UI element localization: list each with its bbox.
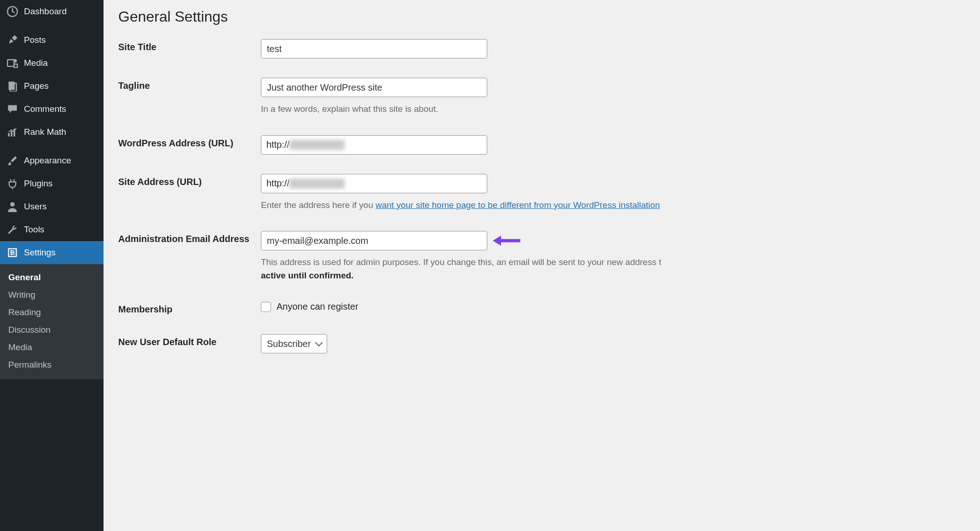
- plug-icon: [6, 178, 18, 190]
- membership-checkbox-label: Anyone can register: [277, 301, 358, 312]
- sidebar-item-posts[interactable]: Posts: [0, 29, 104, 52]
- sidebar-item-media[interactable]: Media: [0, 52, 104, 75]
- sidebar-item-label: Users: [24, 202, 47, 212]
- sidebar-item-label: Tools: [24, 225, 44, 235]
- sidebar-item-pages[interactable]: Pages: [0, 75, 104, 98]
- svg-point-12: [11, 254, 12, 255]
- pages-icon: [6, 80, 18, 92]
- site-url-input[interactable]: [261, 174, 487, 193]
- sidebar-item-settings[interactable]: Settings: [0, 241, 104, 264]
- sidebar-item-appearance[interactable]: Appearance: [0, 149, 104, 172]
- sidebar-item-label: Settings: [24, 248, 56, 258]
- arrow-annotation-icon: [491, 234, 521, 248]
- row-membership: Membership Anyone can register: [118, 301, 980, 315]
- wp-url-input[interactable]: [261, 135, 487, 155]
- sidebar-item-label: Rank Math: [24, 127, 66, 137]
- row-wp-url: WordPress Address (URL) http://: [118, 135, 980, 155]
- svg-rect-6: [11, 131, 12, 137]
- submenu-general[interactable]: General: [0, 269, 104, 286]
- row-default-role: New User Default Role Subscriber: [118, 334, 980, 353]
- site-url-desc: Enter the address here if you want your …: [261, 199, 980, 212]
- svg-rect-5: [8, 133, 10, 136]
- sidebar-item-label: Plugins: [24, 179, 52, 189]
- membership-checkbox-wrap[interactable]: Anyone can register: [261, 301, 980, 312]
- label-membership: Membership: [118, 301, 261, 315]
- label-site-title: Site Title: [118, 39, 261, 52]
- row-tagline: Tagline In a few words, explain what thi…: [118, 78, 980, 116]
- brush-icon: [6, 155, 18, 167]
- admin-sidebar: Dashboard Posts Media Pages Comments Ran…: [0, 0, 104, 531]
- sidebar-item-label: Media: [24, 58, 48, 68]
- admin-email-input[interactable]: [261, 231, 487, 250]
- sidebar-submenu: General Writing Reading Discussion Media…: [0, 264, 104, 379]
- sidebar-item-users[interactable]: Users: [0, 195, 104, 218]
- row-site-url: Site Address (URL) http:// Enter the add…: [118, 174, 980, 212]
- sidebar-item-rankmath[interactable]: Rank Math: [0, 121, 104, 144]
- svg-rect-1: [7, 60, 14, 66]
- wrench-icon: [6, 224, 18, 236]
- dashboard-icon: [6, 6, 18, 17]
- default-role-select[interactable]: Subscriber: [261, 334, 327, 353]
- main-content: General Settings Site Title Tagline In a…: [104, 0, 980, 531]
- label-site-url: Site Address (URL): [118, 174, 261, 187]
- sidebar-item-dashboard[interactable]: Dashboard: [0, 0, 104, 23]
- submenu-discussion[interactable]: Discussion: [0, 321, 104, 339]
- site-title-input[interactable]: [261, 39, 487, 58]
- admin-email-desc: This address is used for admin purposes.…: [261, 256, 980, 282]
- page-title: General Settings: [118, 8, 980, 25]
- sidebar-item-label: Comments: [24, 104, 66, 114]
- sidebar-item-tools[interactable]: Tools: [0, 218, 104, 241]
- tagline-desc: In a few words, explain what this site i…: [261, 103, 980, 116]
- sidebar-item-comments[interactable]: Comments: [0, 98, 104, 121]
- membership-checkbox[interactable]: [261, 302, 271, 312]
- sidebar-item-plugins[interactable]: Plugins: [0, 172, 104, 195]
- tagline-input[interactable]: [261, 78, 487, 97]
- sidebar-item-label: Dashboard: [24, 6, 67, 17]
- sidebar-item-label: Appearance: [24, 156, 71, 166]
- sliders-icon: [6, 247, 18, 259]
- site-url-help-link[interactable]: want your site home page to be different…: [375, 200, 660, 210]
- label-wp-url: WordPress Address (URL): [118, 135, 261, 149]
- label-tagline: Tagline: [118, 78, 261, 91]
- svg-point-10: [11, 250, 12, 252]
- sidebar-item-label: Pages: [24, 81, 49, 91]
- label-admin-email: Administration Email Address: [118, 231, 261, 244]
- pin-icon: [6, 34, 18, 46]
- row-admin-email: Administration Email Address This addres…: [118, 231, 980, 282]
- media-icon: [6, 57, 18, 69]
- chart-icon: [6, 126, 18, 138]
- row-site-title: Site Title: [118, 39, 980, 58]
- comment-icon: [6, 103, 18, 115]
- user-icon: [6, 201, 18, 213]
- submenu-writing[interactable]: Writing: [0, 286, 104, 304]
- submenu-media[interactable]: Media: [0, 339, 104, 356]
- submenu-permalinks[interactable]: Permalinks: [0, 356, 104, 374]
- svg-point-2: [13, 59, 17, 63]
- svg-point-8: [10, 202, 15, 207]
- submenu-reading[interactable]: Reading: [0, 304, 104, 321]
- svg-point-11: [13, 252, 15, 254]
- sidebar-item-label: Posts: [24, 35, 46, 45]
- label-default-role: New User Default Role: [118, 334, 261, 347]
